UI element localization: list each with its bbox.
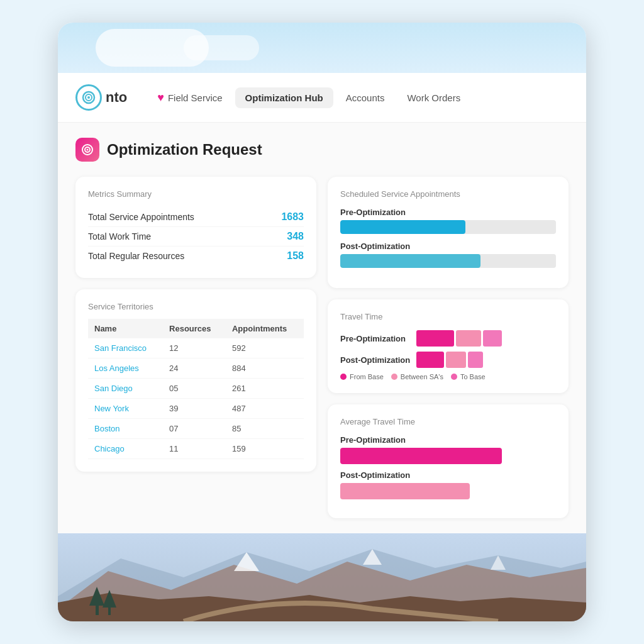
avg-pre-label: Pre-Optimization: [340, 435, 556, 445]
territory-resources: 24: [163, 358, 226, 379]
table-row: New York 39 487: [88, 399, 304, 419]
table-row: Los Angeles 24 884: [88, 358, 304, 379]
logo-icon: [75, 84, 102, 111]
legend-between-label: Between SA's: [401, 373, 443, 380]
app-wrapper: nto ♥ Field Service Optimization Hub Acc…: [58, 23, 586, 621]
legend-dot-from: [340, 374, 347, 380]
travel-time-card: Travel Time Pre-Optimization Post-Optimi…: [328, 299, 569, 393]
travel-legend: From Base Between SA's To Base: [340, 373, 556, 380]
territory-resources: 12: [163, 338, 226, 358]
territories-table: Name Resources Appointments San Francisc…: [88, 319, 304, 459]
travel-pre-label: Pre-Optimization: [340, 334, 413, 343]
nav-items: ♥ Field Service Optimization Hub Account…: [147, 86, 569, 109]
table-row: Boston 07 85: [88, 419, 304, 439]
post-opt-track: [340, 254, 556, 268]
mountain-background: [58, 533, 586, 621]
metric-label-1: Total Service Appointments: [88, 212, 194, 222]
cloud-2: [184, 35, 259, 60]
table-row: San Francisco 12 592: [88, 338, 304, 358]
legend-between-sa: Between SA's: [391, 373, 443, 380]
avg-post-label: Post-Optimization: [340, 470, 556, 480]
territory-name-link[interactable]: New York: [94, 404, 129, 413]
page-title-icon: [75, 138, 99, 162]
territory-appointments: 592: [226, 338, 304, 358]
territory-resources: 39: [163, 399, 226, 419]
scheduled-appointments-card: Scheduled Service Appointments Pre-Optim…: [328, 177, 569, 288]
page-title-row: Optimization Request: [75, 138, 569, 162]
metric-value-3: 158: [287, 250, 304, 262]
avg-post-row: Post-Optimization: [340, 470, 556, 499]
metrics-card: Metrics Summary Total Service Appointmen…: [75, 177, 316, 278]
two-col-layout: Metrics Summary Total Service Appointmen…: [75, 177, 569, 518]
pre-between-seg: [456, 330, 481, 347]
territory-appointments: 487: [226, 399, 304, 419]
legend-to-label: To Base: [460, 373, 486, 380]
heart-icon: ♥: [157, 91, 164, 104]
nav-bar: nto ♥ Field Service Optimization Hub Acc…: [58, 73, 586, 123]
travel-time-title: Travel Time: [340, 312, 556, 321]
territory-name-link[interactable]: Boston: [94, 424, 119, 433]
metric-label-2: Total Work Time: [88, 231, 151, 242]
nav-work-orders[interactable]: Work Orders: [397, 87, 470, 108]
post-opt-bar-row: Post-Optimization: [340, 242, 556, 268]
travel-pre-bars: [416, 330, 502, 347]
avg-pre-track: [340, 448, 502, 464]
svg-point-5: [87, 149, 89, 151]
post-to-seg: [468, 352, 483, 368]
territory-name-link[interactable]: San Diego: [94, 384, 133, 393]
table-row: San Diego 05 261: [88, 379, 304, 399]
metric-value-2: 348: [287, 231, 304, 242]
territory-name-link[interactable]: Los Angeles: [94, 364, 139, 373]
legend-from-base: From Base: [340, 373, 384, 380]
col-resources: Resources: [163, 319, 226, 338]
metric-row-1: Total Service Appointments 1683: [88, 208, 304, 227]
pre-opt-fill: [340, 220, 465, 234]
nav-field-service-label: Field Service: [168, 92, 223, 103]
pre-opt-track: [340, 220, 556, 234]
pre-to-seg: [483, 330, 502, 347]
nav-field-service[interactable]: ♥ Field Service: [147, 86, 232, 109]
page-title: Optimization Request: [107, 141, 262, 158]
legend-dot-to: [451, 374, 457, 380]
nav-optimization-hub[interactable]: Optimization Hub: [235, 87, 333, 108]
left-column: Metrics Summary Total Service Appointmen…: [75, 177, 316, 518]
territory-resources: 07: [163, 419, 226, 439]
avg-travel-title: Average Travel Time: [340, 417, 556, 426]
svg-point-2: [87, 96, 90, 99]
right-column: Scheduled Service Appointments Pre-Optim…: [328, 177, 569, 518]
avg-pre-row: Pre-Optimization: [340, 435, 556, 464]
territory-appointments: 85: [226, 419, 304, 439]
post-from-seg: [416, 352, 444, 368]
logo-text: nto: [106, 89, 127, 106]
travel-post-bars: [416, 352, 483, 368]
metric-row-2: Total Work Time 348: [88, 227, 304, 247]
app-card: nto ♥ Field Service Optimization Hub Acc…: [58, 73, 586, 621]
table-row: Chicago 11 159: [88, 439, 304, 459]
territories-card: Service Territories Name Resources Appoi…: [75, 289, 316, 472]
pre-from-seg: [416, 330, 454, 347]
territory-name-link[interactable]: San Francisco: [94, 343, 147, 353]
post-between-seg: [446, 352, 466, 368]
territory-appointments: 884: [226, 358, 304, 379]
territory-resources: 05: [163, 379, 226, 399]
metric-label-3: Total Regular Resources: [88, 251, 184, 261]
pre-opt-bar-row: Pre-Optimization: [340, 208, 556, 234]
main-content: Optimization Request Metrics Summary Tot…: [58, 123, 586, 533]
territory-name-link[interactable]: Chicago: [94, 444, 125, 453]
territories-title: Service Territories: [88, 302, 304, 311]
legend-from-label: From Base: [350, 373, 384, 380]
territory-appointments: 159: [226, 439, 304, 459]
avg-post-track: [340, 483, 470, 499]
nav-accounts[interactable]: Accounts: [336, 87, 395, 108]
col-name: Name: [88, 319, 163, 338]
pre-opt-label: Pre-Optimization: [340, 208, 556, 217]
col-appointments: Appointments: [226, 319, 304, 338]
post-opt-label: Post-Optimization: [340, 242, 556, 251]
nav-accounts-label: Accounts: [346, 92, 385, 103]
nav-work-orders-label: Work Orders: [407, 92, 460, 103]
travel-post-label: Post-Optimization: [340, 355, 413, 365]
travel-pre-row: Pre-Optimization: [340, 330, 556, 347]
metric-value-1: 1683: [281, 211, 304, 223]
travel-post-row: Post-Optimization: [340, 352, 556, 368]
nav-optimization-hub-label: Optimization Hub: [245, 92, 323, 103]
